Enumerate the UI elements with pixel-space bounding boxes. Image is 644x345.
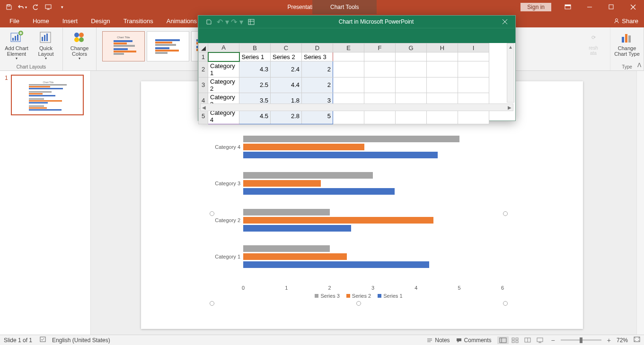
normal-view-icon[interactable] <box>497 336 509 344</box>
data-hscrollbar[interactable]: ◀▶ <box>200 104 513 111</box>
tab-insert[interactable]: Insert <box>56 14 85 27</box>
bar-Series1[interactable] <box>243 225 351 232</box>
canvas-scrollbar[interactable] <box>636 71 644 335</box>
add-chart-element-button[interactable]: Add Chart Element▾ <box>4 29 29 61</box>
quick-layout-button[interactable]: Quick Layout▾ <box>33 29 59 61</box>
bar-Series3[interactable] <box>243 172 373 179</box>
col-header-H[interactable]: H <box>427 43 458 52</box>
chart-style-2[interactable] <box>147 31 189 61</box>
data-save-icon[interactable] <box>202 16 215 27</box>
select-all-cell[interactable]: ◢ <box>199 43 208 52</box>
cell[interactable] <box>427 61 458 78</box>
col-header-D[interactable]: D <box>302 43 333 52</box>
cell-val[interactable]: 4.3 <box>239 61 271 78</box>
col-header-A[interactable]: A <box>208 43 239 52</box>
bar-Series3[interactable] <box>243 209 330 216</box>
bar-Series2[interactable] <box>243 217 433 224</box>
slide-thumbnail-1[interactable]: Chart Title <box>11 75 84 115</box>
col-header-B[interactable]: B <box>239 43 271 52</box>
chart-style-1[interactable]: Chart Title <box>102 31 145 61</box>
bar-Series1[interactable] <box>243 261 429 268</box>
chart-object[interactable]: Category 4Category 3Category 2Category 1… <box>212 124 505 303</box>
col-header-G[interactable]: G <box>396 43 427 52</box>
cell[interactable] <box>364 77 396 93</box>
cell[interactable] <box>364 61 396 78</box>
data-grid[interactable]: ◢ABCDEFGHI1Series 1Series 2Series 32Cate… <box>198 43 515 112</box>
close-icon[interactable] <box>622 0 644 14</box>
cell[interactable] <box>333 61 364 78</box>
change-colors-button[interactable]: Change Colors▾ <box>67 29 92 61</box>
cell-d1[interactable]: Series 3 <box>302 52 333 61</box>
bar-Series2[interactable] <box>243 253 347 260</box>
collapse-ribbon-icon[interactable]: ᐱ <box>637 62 641 69</box>
ribbon-display-options-icon[interactable] <box>557 0 579 14</box>
row-header-2[interactable]: 2 <box>199 61 208 78</box>
row-header-1[interactable]: 1 <box>199 52 208 61</box>
tab-design[interactable]: Design <box>84 14 116 27</box>
col-header-F[interactable]: F <box>364 43 396 52</box>
slideshow-view-icon[interactable] <box>534 336 546 344</box>
comments-button[interactable]: Comments <box>456 337 492 344</box>
minimize-icon[interactable] <box>579 0 600 14</box>
slide-sorter-view-icon[interactable] <box>510 336 521 344</box>
cell-val[interactable]: 4.4 <box>271 77 302 93</box>
data-redo-icon[interactable]: ↷ ▾ <box>230 16 244 27</box>
cell[interactable] <box>458 61 489 78</box>
save-icon[interactable] <box>3 1 15 13</box>
zoom-slider[interactable] <box>561 339 601 341</box>
spell-check-icon[interactable] <box>40 336 47 344</box>
cell-val[interactable]: 2.4 <box>271 61 302 78</box>
cell-a1[interactable] <box>208 52 239 61</box>
data-edit-in-excel-icon[interactable] <box>245 16 258 27</box>
zoom-in-icon[interactable]: + <box>607 336 611 344</box>
reading-view-icon[interactable] <box>522 336 533 344</box>
data-vscrollbar[interactable]: ▲ <box>507 43 514 103</box>
maximize-icon[interactable] <box>600 0 622 14</box>
zoom-out-icon[interactable]: − <box>551 336 555 344</box>
cell-val[interactable]: 2 <box>302 61 333 78</box>
fit-to-window-icon[interactable] <box>634 336 640 344</box>
zoom-level[interactable]: 72% <box>617 337 628 344</box>
redo-icon[interactable] <box>29 1 42 13</box>
data-panel-close-icon[interactable] <box>494 16 515 28</box>
cell[interactable] <box>364 52 396 61</box>
share-button[interactable]: Share <box>613 17 638 25</box>
undo-icon[interactable]: ▾ <box>16 1 28 13</box>
bar-Series1[interactable] <box>243 152 438 158</box>
status-language[interactable]: English (United States) <box>52 337 110 344</box>
qat-customize-icon[interactable]: ▾ <box>56 1 68 13</box>
bar-Series1[interactable] <box>243 188 395 195</box>
cell[interactable] <box>427 77 458 93</box>
bar-Series2[interactable] <box>243 180 321 187</box>
tab-file[interactable]: File <box>3 14 26 27</box>
cell[interactable] <box>396 61 427 78</box>
cell[interactable] <box>333 77 364 93</box>
cell[interactable] <box>333 52 364 61</box>
cell-cat[interactable]: Category 1 <box>208 61 239 78</box>
data-undo-icon[interactable]: ↶ ▾ <box>216 16 229 27</box>
cell-val[interactable]: 2 <box>302 77 333 93</box>
tab-animations[interactable]: Animations <box>160 14 203 27</box>
col-header-E[interactable]: E <box>333 43 364 52</box>
bar-Series3[interactable] <box>243 245 330 252</box>
bar-Series3[interactable] <box>243 136 459 142</box>
cell-c1[interactable]: Series 2 <box>271 52 302 61</box>
tab-transitions[interactable]: Transitions <box>117 14 160 27</box>
cell[interactable] <box>458 77 489 93</box>
slideshow-from-start-icon[interactable] <box>43 1 55 13</box>
cell-val[interactable]: 2.5 <box>239 77 271 93</box>
notes-button[interactable]: Notes <box>426 337 450 344</box>
tab-home[interactable]: Home <box>26 14 56 27</box>
col-header-C[interactable]: C <box>271 43 302 52</box>
change-chart-type-button[interactable]: Change Chart Type <box>614 29 640 57</box>
cell-b1[interactable]: Series 1 <box>239 52 271 61</box>
row-header-3[interactable]: 3 <box>199 77 208 93</box>
cell[interactable] <box>427 52 458 61</box>
sign-in-button[interactable]: Sign in <box>520 3 551 11</box>
col-header-I[interactable]: I <box>458 43 489 52</box>
bar-Series2[interactable] <box>243 144 364 150</box>
cell[interactable] <box>458 52 489 61</box>
cell-cat[interactable]: Category 2 <box>208 77 239 93</box>
cell[interactable] <box>396 77 427 93</box>
cell[interactable] <box>396 52 427 61</box>
